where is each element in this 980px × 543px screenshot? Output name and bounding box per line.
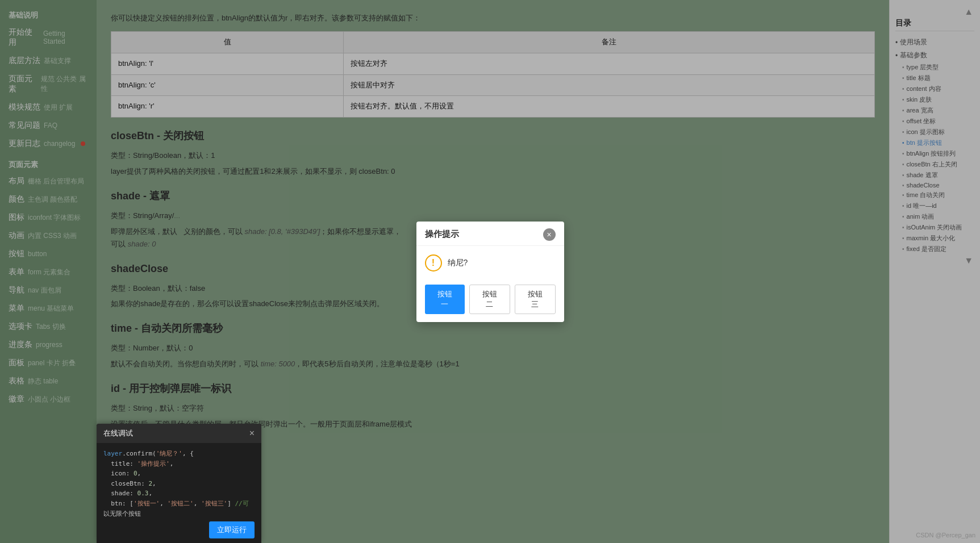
debug-code-area: layer.confirm('纳尼？', { title: '操作提示', ic… xyxy=(97,443,261,517)
modal-header: 操作提示 × xyxy=(416,222,564,246)
run-button[interactable]: 立即运行 xyxy=(209,521,255,538)
debug-footer: 立即运行 xyxy=(97,517,261,543)
modal-title: 操作提示 xyxy=(425,229,459,240)
debug-header: 在线调试 × xyxy=(97,424,261,443)
modal-message: 纳尼? xyxy=(448,258,468,268)
modal-close-button[interactable]: × xyxy=(543,228,556,241)
modal-btn1[interactable]: 按钮一 xyxy=(425,285,465,314)
debug-title: 在线调试 xyxy=(103,428,133,438)
modal-warning-icon: ! xyxy=(425,254,442,272)
modal-footer: 按钮一 按钮二 按钮三 xyxy=(416,280,564,322)
csdn-watermark: CSDN @Percep_gan xyxy=(916,532,975,538)
modal-btn2[interactable]: 按钮二 xyxy=(469,285,510,314)
modal-dialog: 操作提示 × ! 纳尼? 按钮一 按钮二 按钮三 xyxy=(416,222,564,322)
modal-body: ! 纳尼? xyxy=(416,246,564,280)
debug-panel: 在线调试 × layer.confirm('纳尼？', { title: '操作… xyxy=(97,424,261,543)
modal-btn3[interactable]: 按钮三 xyxy=(515,285,556,314)
debug-close-button[interactable]: × xyxy=(249,429,255,438)
